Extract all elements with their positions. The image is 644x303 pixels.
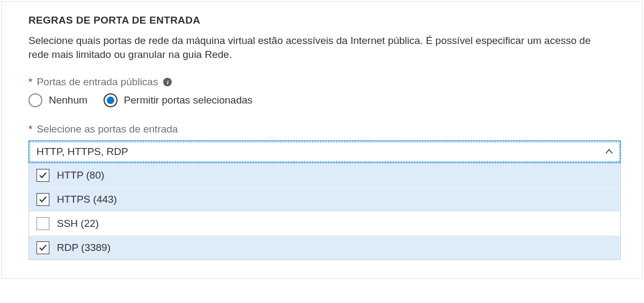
public-ports-label: Portas de entrada públicas [36,76,158,88]
checkbox-icon [36,217,49,230]
option-label: HTTP (80) [57,169,104,181]
checkbox-icon [36,169,49,182]
dropdown-option-http[interactable]: HTTP (80) [29,163,620,187]
radio-label-allow: Permitir portas selecionadas [124,94,253,106]
dropdown-list: HTTP (80) HTTPS (443) SSH (22) RDP (3389… [28,163,621,260]
select-ports-dropdown: HTTP, HTTPS, RDP HTTP (80) HTTPS (443) [28,141,621,260]
dropdown-header[interactable]: HTTP, HTTPS, RDP [28,141,621,163]
option-label: RDP (3389) [57,242,111,254]
select-ports-label-row: * Selecione as portas de entrada [28,123,621,135]
select-ports-label: Selecione as portas de entrada [36,123,178,135]
required-asterisk: * [28,123,32,135]
checkbox-icon [36,193,49,206]
option-label: HTTPS (443) [57,194,117,205]
info-icon[interactable]: i [163,78,172,86]
chevron-up-icon [605,148,613,156]
dropdown-option-rdp[interactable]: RDP (3389) [29,235,620,260]
radio-icon [28,93,42,107]
public-ports-label-row: * Portas de entrada públicas i [28,76,621,88]
public-ports-radio-group: Nenhum Permitir portas selecionadas [28,93,621,107]
radio-icon [104,93,118,107]
inbound-port-rules-panel: REGRAS DE PORTA DE ENTRADA Selecione qua… [1,1,643,279]
radio-inner-dot [107,97,114,104]
dropdown-option-ssh[interactable]: SSH (22) [29,211,620,235]
section-title: REGRAS DE PORTA DE ENTRADA [28,14,621,26]
checkbox-icon [36,241,49,254]
radio-option-none[interactable]: Nenhum [28,93,87,107]
required-asterisk: * [28,76,32,88]
option-label: SSH (22) [57,218,99,230]
dropdown-selected-value: HTTP, HTTPS, RDP [36,146,128,158]
dropdown-option-https[interactable]: HTTPS (443) [29,187,620,211]
section-description: Selecione quais portas de rede da máquin… [28,34,592,61]
radio-option-allow-selected[interactable]: Permitir portas selecionadas [104,93,253,107]
radio-label-none: Nenhum [49,94,87,106]
